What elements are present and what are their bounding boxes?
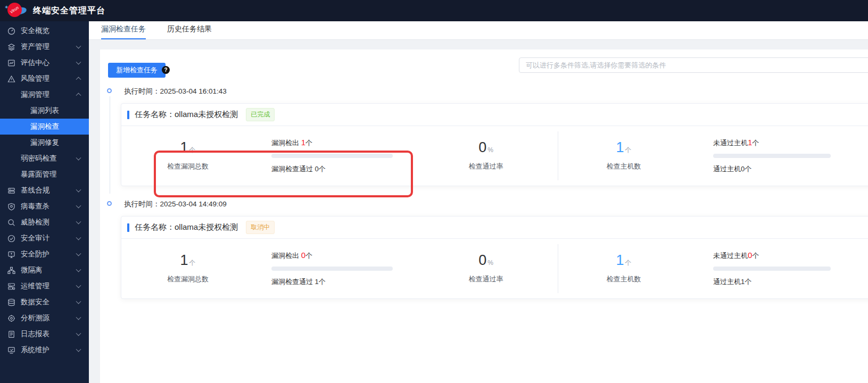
sidebar-item-ops-management[interactable]: 运维管理 bbox=[0, 278, 89, 294]
stat-vuln-progress: 漏洞检出 1个 漏洞检查通过 0个 bbox=[271, 138, 393, 174]
logo-virus-icon: Virus bbox=[7, 3, 22, 17]
sidebar-item-baseline-compliance[interactable]: 基线合规 bbox=[0, 182, 89, 198]
sidebar-item-virus-scan[interactable]: 病毒查杀 bbox=[0, 198, 89, 214]
sidebar-item-risk-management[interactable]: 风险管理 bbox=[0, 71, 89, 87]
tab-vuln-check-tasks[interactable]: 漏洞检查任务 bbox=[101, 20, 146, 39]
system-maintain-icon bbox=[7, 346, 15, 354]
task-card: 任务名称：ollama未授权检测 取消中 1个 检查漏洞总数 漏洞检出 0个 bbox=[121, 216, 868, 299]
stat-pass-rate: 0% 检查通过率 bbox=[425, 140, 547, 171]
title-accent-bar bbox=[127, 223, 129, 232]
chevron-down-icon bbox=[76, 187, 81, 193]
chevron-down-icon bbox=[76, 155, 81, 161]
task-card-body: 1个 检查漏洞总数 漏洞检出 0个 漏洞检查通过 1个 0% bbox=[121, 239, 868, 298]
sidebar-item-vuln-management[interactable]: 漏洞管理 bbox=[0, 87, 89, 103]
app-logo: ✶ Virus bbox=[3, 0, 28, 21]
isolation-nodes-icon bbox=[7, 267, 15, 274]
toolbar: 新增检查任务 ? bbox=[100, 49, 868, 87]
sidebar-item-threat-detection[interactable]: 威胁检测 bbox=[0, 214, 89, 230]
vuln-passed-line: 漏洞检查通过 1个 bbox=[271, 277, 393, 287]
sidebar-item-weak-password-check[interactable]: 弱密码检查 bbox=[0, 151, 89, 166]
exec-time: 执行时间：2025-03-04 16:01:43 bbox=[124, 87, 868, 96]
sidebar: 安全概览 资产管理 评估中心 风险管理 漏洞管理 漏洞列表 bbox=[0, 21, 89, 383]
stat-vuln-progress: 漏洞检出 0个 漏洞检查通过 1个 bbox=[271, 251, 393, 287]
status-badge: 已完成 bbox=[246, 108, 275, 121]
chart-icon bbox=[7, 59, 15, 67]
database-icon bbox=[7, 298, 15, 306]
gauge-icon bbox=[7, 27, 15, 35]
sidebar-item-log-report[interactable]: 日志报表 bbox=[0, 326, 89, 342]
sidebar-item-exposure-management[interactable]: 暴露面管理 bbox=[0, 166, 89, 182]
sidebar-item-security-audit[interactable]: 安全审计 bbox=[0, 230, 89, 246]
host-progress-bar bbox=[713, 267, 831, 271]
audit-check-icon bbox=[7, 235, 15, 243]
task-card: 任务名称：ollama未授权检测 已完成 1个 检查漏洞总数 漏洞检出 1个 bbox=[121, 103, 868, 186]
exec-time: 执行时间：2025-03-04 14:49:09 bbox=[124, 199, 868, 209]
stat-pass-rate: 0% 检查通过率 bbox=[425, 253, 547, 284]
sidebar-menu: 安全概览 资产管理 评估中心 风险管理 漏洞管理 漏洞列表 bbox=[0, 23, 89, 358]
main-area: 漏洞检查任务 历史任务结果 新增检查任务 ? 执行时间：2025-03-04 1… bbox=[89, 21, 868, 383]
chevron-down-icon bbox=[76, 299, 81, 304]
sidebar-item-assessment-center[interactable]: 评估中心 bbox=[0, 55, 89, 71]
sidebar-item-micro-isolation[interactable]: 微隔离 bbox=[0, 262, 89, 278]
sidebar-item-vuln-list[interactable]: 漏洞列表 bbox=[0, 103, 89, 119]
vuln-detected-line: 漏洞检出 1个 bbox=[271, 138, 393, 148]
timeline-item: 执行时间：2025-03-04 16:01:43 任务名称：ollama未授权检… bbox=[100, 87, 868, 186]
warning-icon bbox=[7, 75, 15, 83]
stat-host-progress: 未通过主机0个 通过主机1个 bbox=[713, 251, 831, 287]
chevron-down-icon bbox=[76, 44, 81, 49]
chevron-down-icon bbox=[76, 347, 81, 352]
chevron-down-icon bbox=[76, 60, 81, 65]
chevron-down-icon bbox=[76, 315, 81, 320]
chevron-up-icon bbox=[76, 93, 81, 98]
stat-host-progress: 未通过主机1个 通过主机0个 bbox=[713, 138, 831, 174]
ops-server-icon bbox=[7, 282, 15, 290]
host-passed-line: 通过主机0个 bbox=[713, 164, 831, 174]
vuln-passed-line: 漏洞检查通过 0个 bbox=[271, 164, 393, 174]
timeline-node-icon bbox=[107, 88, 112, 93]
virus-shield-icon bbox=[7, 203, 15, 211]
help-icon[interactable]: ? bbox=[162, 66, 170, 74]
app-header: ✶ Virus 终端安全管理平台 bbox=[0, 0, 868, 21]
vuln-progress-bar bbox=[271, 154, 393, 158]
vuln-progress-bar bbox=[271, 267, 393, 271]
filter-input[interactable] bbox=[519, 57, 868, 73]
chevron-down-icon bbox=[76, 283, 81, 288]
status-badge: 取消中 bbox=[246, 221, 275, 234]
threat-search-icon bbox=[7, 219, 15, 227]
content-panel: 新增检查任务 ? 执行时间：2025-03-04 16:01:43 任务名称：o… bbox=[100, 49, 868, 383]
add-check-task-button[interactable]: 新增检查任务 bbox=[108, 63, 166, 78]
trace-target-icon bbox=[7, 314, 15, 322]
sidebar-item-analysis-trace[interactable]: 分析溯源 bbox=[0, 310, 89, 326]
timeline-node-icon bbox=[107, 201, 112, 206]
chevron-down-icon bbox=[76, 331, 81, 336]
chevron-down-icon bbox=[76, 251, 81, 256]
sidebar-item-vuln-check[interactable]: 漏洞检查 bbox=[0, 119, 89, 135]
chevron-down-icon bbox=[76, 267, 81, 272]
host-passed-line: 通过主机1个 bbox=[713, 277, 831, 287]
tab-bar: 漏洞检查任务 历史任务结果 bbox=[89, 21, 868, 40]
sidebar-item-data-security[interactable]: 数据安全 bbox=[0, 294, 89, 310]
stat-vuln-total: 1个 检查漏洞总数 bbox=[121, 140, 254, 171]
task-title: 任务名称：ollama未授权检测 bbox=[135, 222, 238, 232]
sidebar-item-security-protection[interactable]: 安全防护 bbox=[0, 246, 89, 262]
app-title: 终端安全管理平台 bbox=[33, 5, 105, 16]
stat-vuln-total: 1个 检查漏洞总数 bbox=[121, 253, 254, 284]
sidebar-item-security-overview[interactable]: 安全概览 bbox=[0, 23, 89, 39]
stat-host-count: 1个 检查主机数 bbox=[558, 253, 689, 284]
task-timeline: 执行时间：2025-03-04 16:01:43 任务名称：ollama未授权检… bbox=[100, 87, 868, 299]
tab-history-results[interactable]: 历史任务结果 bbox=[167, 20, 212, 39]
task-title: 任务名称：ollama未授权检测 bbox=[135, 110, 238, 120]
vuln-detected-line: 漏洞检出 0个 bbox=[271, 251, 393, 261]
chevron-up-icon bbox=[76, 77, 81, 82]
stat-host-count: 1个 检查主机数 bbox=[558, 140, 689, 171]
baseline-icon bbox=[7, 187, 15, 195]
sidebar-item-asset-management[interactable]: 资产管理 bbox=[0, 39, 89, 55]
log-report-icon bbox=[7, 330, 15, 338]
chevron-down-icon bbox=[76, 203, 81, 209]
chevron-down-icon bbox=[76, 235, 81, 240]
task-card-header: 任务名称：ollama未授权检测 取消中 bbox=[121, 217, 868, 239]
host-failed-line: 未通过主机1个 bbox=[713, 138, 831, 148]
sidebar-item-system-maintenance[interactable]: 系统维护 bbox=[0, 342, 89, 358]
protect-monitor-icon bbox=[7, 251, 15, 259]
sidebar-item-vuln-fix[interactable]: 漏洞修复 bbox=[0, 135, 89, 151]
